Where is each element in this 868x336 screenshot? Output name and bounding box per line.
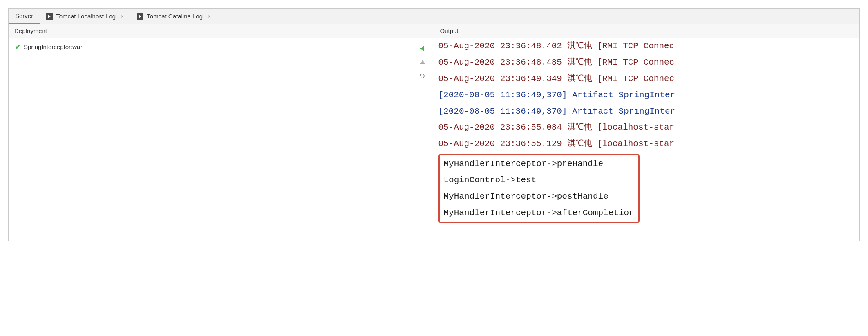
tab-server[interactable]: Server	[9, 9, 40, 24]
log-line: MyHandlerInterceptor->postHandle	[444, 188, 634, 205]
deployment-items: ✔ SpringInterceptor:war	[13, 42, 414, 237]
deploy-arrow-icon	[418, 45, 426, 52]
tabs-bar: Server Tomcat Localhost Log × Tomcat Cat…	[9, 9, 859, 24]
log-line: 05-Aug-2020 23:36:49.349 淇℃伅 [RMI TCP Co…	[438, 71, 856, 87]
refresh-icon	[418, 72, 426, 80]
deployment-item-label: SpringInterceptor:war	[24, 43, 82, 50]
close-icon[interactable]: ×	[121, 13, 124, 20]
refresh-button[interactable]	[418, 72, 427, 81]
log-line: MyHandlerInterceptor->preHandle	[444, 156, 634, 172]
deployment-pane: Deployment ✔ SpringInterceptor:war	[9, 24, 434, 241]
run-icon	[46, 13, 53, 20]
check-icon: ✔	[15, 43, 20, 51]
undeploy-icon	[418, 58, 426, 66]
run-icon	[137, 13, 143, 20]
log-line: 05-Aug-2020 23:36:48.402 淇℃伅 [RMI TCP Co…	[438, 38, 856, 54]
deploy-button[interactable]	[418, 44, 427, 53]
server-panel: Server Tomcat Localhost Log × Tomcat Cat…	[8, 8, 860, 241]
deployment-list: ✔ SpringInterceptor:war	[9, 38, 434, 241]
deployment-header: Deployment	[9, 24, 434, 38]
tab-label: Server	[15, 12, 33, 19]
close-icon[interactable]: ×	[208, 13, 211, 20]
tab-tomcat-localhost-log[interactable]: Tomcat Localhost Log ×	[40, 9, 130, 24]
output-content[interactable]: 05-Aug-2020 23:36:48.402 淇℃伅 [RMI TCP Co…	[434, 38, 860, 241]
log-line: 05-Aug-2020 23:36:55.084 淇℃伅 [localhost-…	[438, 119, 856, 136]
deployment-item[interactable]: ✔ SpringInterceptor:war	[13, 42, 414, 52]
log-line: [2020-08-05 11:36:49,370] Artifact Sprin…	[438, 87, 856, 103]
output-header: Output	[434, 24, 860, 38]
tab-tomcat-catalina-log[interactable]: Tomcat Catalina Log ×	[130, 9, 217, 24]
body-split: Deployment ✔ SpringInterceptor:war	[9, 24, 859, 241]
log-line: 05-Aug-2020 23:36:48.485 淇℃伅 [RMI TCP Co…	[438, 54, 856, 71]
deployment-toolbar	[414, 42, 430, 237]
log-line: LoginControl->test	[444, 172, 634, 188]
tab-label: Tomcat Localhost Log	[56, 13, 116, 20]
undeploy-button[interactable]	[418, 58, 427, 67]
log-line: 05-Aug-2020 23:36:55.129 淇℃伅 [localhost-…	[438, 136, 856, 152]
tab-label: Tomcat Catalina Log	[147, 13, 203, 20]
output-pane: Output 05-Aug-2020 23:36:48.402 淇℃伅 [RMI…	[434, 24, 860, 241]
log-line: MyHandlerInterceptor->afterCompletion	[444, 205, 634, 221]
highlight-box: MyHandlerInterceptor->preHandle LoginCon…	[438, 154, 640, 223]
log-line: [2020-08-05 11:36:49,370] Artifact Sprin…	[438, 103, 856, 120]
